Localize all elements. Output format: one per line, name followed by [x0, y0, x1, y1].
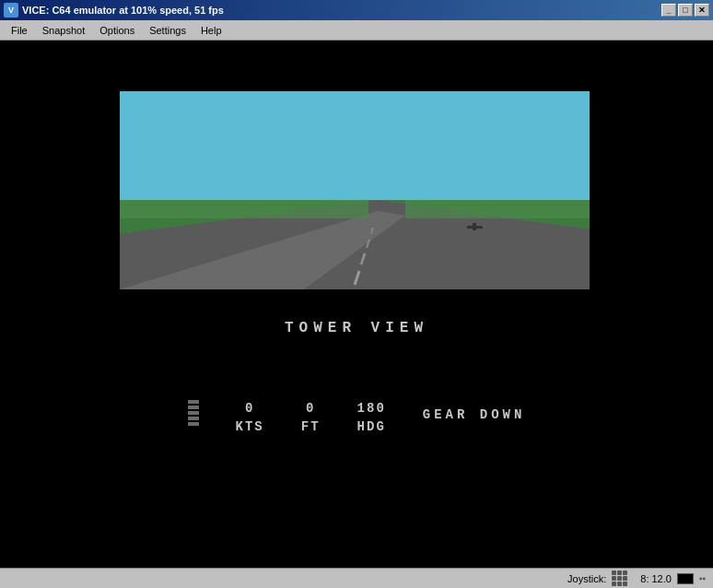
instrument-panel: 0 KTS 0 FT 180 HDG GEAR DOWN	[0, 400, 713, 436]
color-swatch	[677, 573, 694, 584]
menu-settings[interactable]: Settings	[142, 23, 193, 38]
svg-rect-6	[120, 200, 368, 218]
gauge-bar-3	[188, 411, 199, 415]
version-label: 8: 12.0	[640, 573, 672, 584]
speed-value: 0	[245, 400, 254, 418]
menu-bar: File Snapshot Options Settings Help	[0, 20, 713, 41]
speed-unit: KTS	[236, 418, 264, 437]
svg-rect-0	[120, 91, 590, 200]
svg-rect-9	[473, 223, 476, 230]
dots-icon: ▪▪	[699, 573, 706, 583]
joy-dot	[612, 582, 616, 586]
gauge-bar-5	[188, 422, 199, 426]
title-buttons: _ □ ✕	[661, 4, 709, 17]
status-bar: Joystick: 8: 12.0 ▪▪	[0, 568, 713, 588]
altitude-unit: FT	[301, 418, 321, 437]
joy-dot	[617, 582, 622, 586]
joy-dot	[612, 576, 616, 581]
gauge-bar-4	[188, 417, 199, 420]
window-title: VICE: C64 emulator at 101% speed, 51 fps	[22, 5, 224, 16]
title-bar: V VICE: C64 emulator at 101% speed, 51 f…	[0, 0, 713, 20]
gauge-bar-2	[188, 406, 199, 409]
joy-dot	[617, 576, 622, 581]
maximize-button[interactable]: □	[678, 4, 693, 17]
speed-instrument: 0 KTS	[236, 400, 264, 436]
close-button[interactable]: ✕	[695, 4, 709, 17]
minimize-button[interactable]: _	[661, 4, 676, 17]
altitude-value: 0	[306, 400, 315, 418]
gauge-bar-1	[188, 400, 199, 404]
joystick-icon	[612, 570, 627, 586]
joy-dot	[623, 576, 627, 581]
heading-value: 180	[357, 400, 386, 418]
heading-unit: HDG	[357, 418, 386, 437]
joy-dot	[623, 570, 627, 575]
game-screen	[120, 91, 590, 289]
joystick-label: Joystick:	[567, 573, 606, 584]
joy-dot	[623, 582, 627, 586]
joy-dot	[612, 570, 616, 575]
menu-help[interactable]: Help	[193, 23, 229, 38]
menu-file[interactable]: File	[4, 23, 35, 38]
gauge-bars	[188, 400, 199, 426]
heading-instrument: 180 HDG	[357, 400, 386, 436]
svg-rect-7	[405, 200, 590, 218]
joy-dot	[617, 570, 622, 575]
svg-rect-10	[478, 227, 483, 229]
throttle-gauge	[188, 400, 199, 426]
menu-snapshot[interactable]: Snapshot	[35, 23, 92, 38]
menu-options[interactable]: Options	[92, 23, 142, 38]
gear-status: GEAR DOWN	[423, 407, 526, 422]
app-icon: V	[4, 3, 18, 18]
title-left: V VICE: C64 emulator at 101% speed, 51 f…	[4, 3, 224, 18]
emulator-area: TOWER VIEW 0 KTS 0 FT 180 HDG	[0, 41, 713, 588]
altitude-instrument: 0 FT	[301, 400, 321, 436]
scene-svg	[120, 91, 590, 289]
tower-view-label: TOWER VIEW	[0, 320, 713, 336]
